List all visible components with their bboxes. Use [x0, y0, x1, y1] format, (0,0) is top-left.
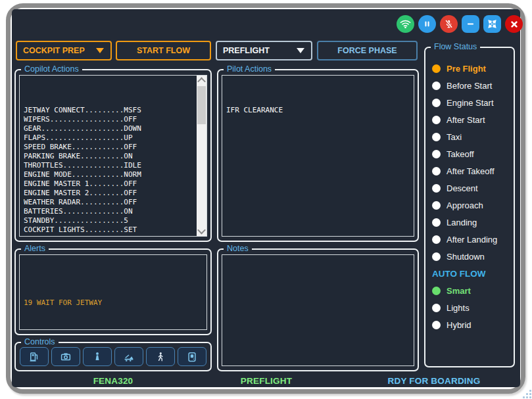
pushback-truck-button[interactable]: [114, 347, 143, 366]
flow-phase-radio[interactable]: Taxi: [432, 128, 511, 145]
checklist-row[interactable]: FLAPS..................UP: [24, 133, 193, 143]
start-flow-button[interactable]: START FLOW: [116, 41, 211, 60]
auto-flow-radio[interactable]: Hybrid: [432, 316, 511, 333]
maximize-button[interactable]: [483, 15, 501, 33]
auto-flow-label: Lights: [447, 303, 470, 313]
flow-select[interactable]: COCKPIT PREP: [16, 41, 112, 60]
controls-title: Controls: [21, 337, 59, 348]
titlebar-buttons: [397, 15, 523, 33]
flow-phase-label: Before Start: [447, 81, 492, 91]
flow-phase-radio[interactable]: Engine Start: [432, 94, 511, 111]
flow-phase-radio[interactable]: Landing: [432, 214, 511, 231]
flow-phase-label: After Takeoff: [447, 166, 495, 176]
flow-phase-label: After Start: [447, 115, 485, 125]
checklist-row[interactable]: ENGINE MASTER 2........OFF: [24, 189, 193, 198]
microphone-mute-button[interactable]: [440, 15, 458, 33]
close-button[interactable]: [505, 15, 523, 33]
scrollbar[interactable]: [197, 76, 206, 236]
copilot-actions-listbox: JETWAY CONNECT.........MSFSWIPERS.......…: [19, 75, 207, 237]
radio-dot-icon: [432, 218, 441, 227]
notes-title: Notes: [224, 243, 252, 254]
camera-button[interactable]: [51, 347, 80, 366]
checklist-row[interactable]: IFR CLEARANCE: [226, 106, 411, 115]
pilot-actions-listbox: IFR CLEARANCE: [222, 75, 414, 237]
flow-phase-radio[interactable]: Shutdown: [432, 248, 511, 265]
checklist-row[interactable]: ENGINE MASTER 1........OFF: [24, 179, 193, 189]
notes-rows: [226, 258, 411, 365]
start-flow-label: START FLOW: [137, 46, 190, 55]
phase-select[interactable]: PREFLIGHT: [216, 41, 312, 60]
pause-icon: [422, 18, 433, 30]
minimize-button[interactable]: [462, 15, 479, 33]
flow-phase-label: Pre Flight: [447, 64, 486, 74]
notes-textarea[interactable]: [222, 254, 414, 366]
radio-dot-icon: [432, 184, 441, 193]
flow-phase-radio[interactable]: Takeoff: [432, 145, 511, 162]
checklist-row[interactable]: JETWAY CONNECT.........MSFS: [24, 106, 193, 115]
resize-grip[interactable]: [523, 390, 531, 398]
pilot-actions-panel: Pilot Actions IFR CLEARANCE: [217, 69, 419, 242]
checklist-row[interactable]: ENGINE MODE............NORM: [24, 170, 193, 179]
scroll-up-icon[interactable]: [197, 76, 206, 85]
flow-select-value: COCKPIT PREP: [23, 46, 85, 55]
alert-row: 19 WAIT FOR JETWAY: [24, 298, 204, 308]
auto-flow-section: AUTO FLOW: [432, 265, 511, 282]
radio-dot-icon: [432, 99, 441, 107]
checklist-row[interactable]: GEAR...................DOWN: [24, 124, 193, 133]
flashlight-icon: [91, 351, 103, 363]
force-phase-button[interactable]: FORCE PHASE: [317, 41, 418, 60]
door-button[interactable]: [178, 347, 206, 366]
voice-connection-button[interactable]: [397, 15, 414, 33]
phase-select-value: PREFLIGHT: [223, 46, 270, 55]
flow-phase-radio[interactable]: After Landing: [432, 231, 511, 248]
microphone-muted-icon: [443, 18, 454, 30]
flow-phase-radio[interactable]: Before Start: [432, 77, 511, 94]
flow-phase-list: Pre Flight Before Start Engine Start Aft…: [432, 60, 511, 265]
flow-status-title: Flow Status: [431, 41, 480, 53]
radio-dot-icon: [432, 167, 441, 176]
auto-flow-radio[interactable]: Smart: [432, 282, 511, 299]
auto-flow-header: AUTO FLOW: [432, 265, 511, 282]
flow-phase-label: Takeoff: [447, 149, 474, 159]
flow-phase-radio[interactable]: Approach: [432, 197, 511, 214]
auto-flow-radio[interactable]: Lights: [432, 299, 511, 316]
checklist-row[interactable]: BATTERIES..............ON: [24, 207, 193, 216]
pause-button[interactable]: [418, 15, 436, 33]
radio-dot-icon: [432, 116, 441, 124]
radio-dot-icon: [432, 287, 441, 295]
radio-dot-icon: [432, 201, 441, 210]
checklist-row[interactable]: PARKING BRAKE..........ON: [24, 152, 193, 161]
minimize-icon: [465, 18, 476, 30]
copilot-actions-title: Copilot Actions: [21, 64, 82, 75]
copilot-actions-panel: Copilot Actions JETWAY CONNECT.........M…: [14, 69, 212, 242]
checklist-row[interactable]: COCKPIT LIGHTS.........SET: [24, 225, 193, 235]
flow-phase-label: Descent: [447, 183, 478, 193]
walking-person-button[interactable]: [146, 347, 175, 366]
checklist-row[interactable]: THROTTLES..............IDLE: [24, 161, 193, 170]
checklist-row[interactable]: STANDBY................5: [24, 216, 193, 225]
alerts-title: Alerts: [21, 243, 49, 254]
flow-phase-radio[interactable]: After Takeoff: [432, 162, 511, 179]
scroll-down-icon[interactable]: [197, 226, 206, 236]
flow-phase-label: Approach: [447, 200, 483, 210]
checklist-row[interactable]: WIPERS.................OFF: [24, 115, 193, 124]
radio-dot-icon: [432, 321, 441, 329]
flow-status-panel: Flow Status Pre Flight Before Start Engi…: [424, 47, 515, 367]
fuel-pump-button[interactable]: [20, 347, 49, 366]
flow-phase-radio[interactable]: Descent: [432, 179, 511, 197]
flow-phase-label: Landing: [447, 218, 477, 227]
checklist-row[interactable]: GROUND POWER UNIT......ON: [24, 235, 193, 236]
checklist-row[interactable]: WEATHER RADAR..........OFF: [24, 198, 193, 207]
flashlight-button[interactable]: [83, 347, 112, 366]
alerts-panel: Alerts 19 WAIT FOR JETWAY: [14, 248, 212, 335]
flow-phase-radio[interactable]: After Start: [432, 111, 511, 128]
controls-panel: Controls: [14, 342, 212, 371]
radio-dot-icon: [432, 82, 441, 90]
camera-icon: [60, 351, 72, 363]
scrollbar-thumb[interactable]: [197, 86, 206, 124]
alerts-listbox: 19 WAIT FOR JETWAY: [19, 254, 207, 330]
flow-phase-radio[interactable]: Pre Flight: [432, 60, 511, 77]
radio-dot-icon: [432, 235, 441, 244]
checklist-row[interactable]: SPEED BRAKE............OFF: [24, 143, 193, 152]
flow-phase-label: Engine Start: [447, 98, 494, 108]
